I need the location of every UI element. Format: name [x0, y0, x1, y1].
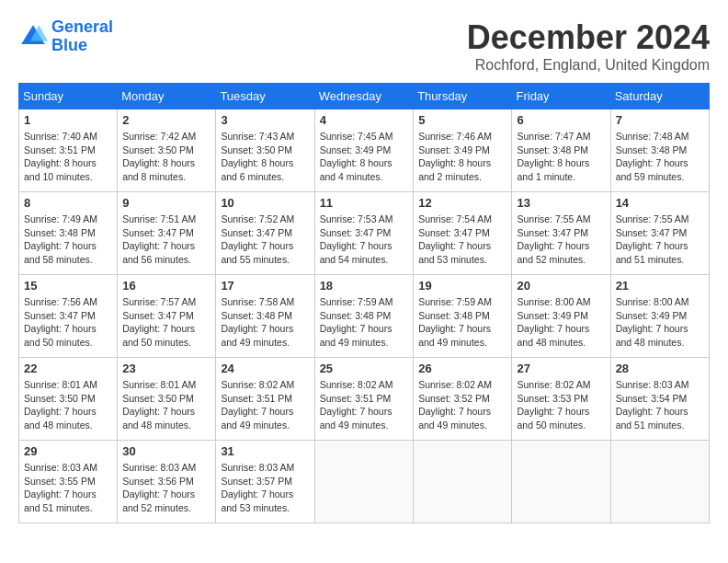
day-info: Sunrise: 7:45 AM Sunset: 3:49 PM Dayligh… — [320, 130, 409, 184]
day-number: 31 — [221, 444, 309, 458]
day-info: Sunrise: 8:00 AM Sunset: 3:49 PM Dayligh… — [517, 295, 605, 350]
day-info: Sunrise: 7:51 AM Sunset: 3:47 PM Dayligh… — [122, 213, 210, 267]
calendar-day-cell — [314, 441, 414, 523]
calendar-day-cell: 31 Sunrise: 8:03 AM Sunset: 3:57 PM Dayl… — [216, 441, 314, 523]
calendar-day-cell: 25 Sunrise: 8:02 AM Sunset: 3:51 PM Dayl… — [314, 358, 414, 441]
day-number: 1 — [24, 113, 112, 127]
day-number: 8 — [24, 196, 112, 210]
weekday-header-cell: Wednesday — [314, 84, 414, 109]
day-info: Sunrise: 7:59 AM Sunset: 3:48 PM Dayligh… — [418, 295, 506, 350]
day-number: 7 — [616, 113, 704, 127]
calendar-week-row: 8 Sunrise: 7:49 AM Sunset: 3:48 PM Dayli… — [19, 192, 710, 275]
weekday-header-cell: Tuesday — [216, 84, 314, 109]
location: Rochford, England, United Kingdom — [467, 57, 710, 74]
calendar-day-cell: 5 Sunrise: 7:46 AM Sunset: 3:49 PM Dayli… — [414, 109, 512, 192]
page-header: General Blue December 2024 Rochford, Eng… — [18, 18, 710, 74]
day-number: 18 — [320, 279, 409, 293]
calendar-body: 1 Sunrise: 7:40 AM Sunset: 3:51 PM Dayli… — [19, 109, 710, 523]
calendar-day-cell — [512, 441, 610, 523]
calendar-day-cell: 22 Sunrise: 8:01 AM Sunset: 3:50 PM Dayl… — [19, 358, 118, 441]
calendar-day-cell: 20 Sunrise: 8:00 AM Sunset: 3:49 PM Dayl… — [512, 275, 610, 358]
calendar-day-cell: 28 Sunrise: 8:03 AM Sunset: 3:54 PM Dayl… — [610, 358, 709, 441]
calendar-day-cell: 6 Sunrise: 7:47 AM Sunset: 3:48 PM Dayli… — [512, 109, 610, 192]
day-info: Sunrise: 7:49 AM Sunset: 3:48 PM Dayligh… — [24, 213, 112, 267]
day-number: 13 — [517, 196, 605, 210]
calendar-day-cell: 27 Sunrise: 8:02 AM Sunset: 3:53 PM Dayl… — [512, 358, 610, 441]
day-info: Sunrise: 8:02 AM Sunset: 3:52 PM Dayligh… — [418, 378, 506, 432]
day-number: 2 — [122, 113, 210, 127]
day-info: Sunrise: 8:01 AM Sunset: 3:50 PM Dayligh… — [24, 378, 112, 432]
calendar-week-row: 1 Sunrise: 7:40 AM Sunset: 3:51 PM Dayli… — [19, 109, 710, 192]
calendar-day-cell: 29 Sunrise: 8:03 AM Sunset: 3:55 PM Dayl… — [19, 441, 118, 523]
calendar-day-cell: 1 Sunrise: 7:40 AM Sunset: 3:51 PM Dayli… — [19, 109, 118, 192]
day-number: 25 — [320, 362, 409, 375]
day-info: Sunrise: 8:02 AM Sunset: 3:51 PM Dayligh… — [221, 378, 309, 432]
day-number: 3 — [221, 113, 309, 127]
logo: General Blue — [18, 18, 113, 55]
day-info: Sunrise: 7:55 AM Sunset: 3:47 PM Dayligh… — [616, 213, 704, 267]
weekday-header-row: SundayMondayTuesdayWednesdayThursdayFrid… — [19, 84, 710, 109]
day-number: 11 — [320, 196, 409, 210]
day-number: 23 — [122, 362, 210, 375]
day-number: 26 — [418, 362, 506, 375]
day-info: Sunrise: 7:54 AM Sunset: 3:47 PM Dayligh… — [418, 213, 506, 267]
day-info: Sunrise: 7:52 AM Sunset: 3:47 PM Dayligh… — [221, 213, 309, 267]
day-number: 20 — [517, 279, 605, 293]
day-info: Sunrise: 7:55 AM Sunset: 3:47 PM Dayligh… — [517, 213, 605, 267]
weekday-header-cell: Friday — [512, 84, 610, 109]
calendar-week-row: 15 Sunrise: 7:56 AM Sunset: 3:47 PM Dayl… — [19, 275, 710, 358]
day-number: 10 — [221, 196, 309, 210]
calendar-day-cell: 15 Sunrise: 7:56 AM Sunset: 3:47 PM Dayl… — [19, 275, 118, 358]
calendar-day-cell: 12 Sunrise: 7:54 AM Sunset: 3:47 PM Dayl… — [414, 192, 512, 275]
day-info: Sunrise: 7:57 AM Sunset: 3:47 PM Dayligh… — [122, 295, 210, 350]
day-info: Sunrise: 7:48 AM Sunset: 3:48 PM Dayligh… — [616, 130, 704, 184]
calendar-day-cell: 21 Sunrise: 8:00 AM Sunset: 3:49 PM Dayl… — [610, 275, 709, 358]
weekday-header-cell: Monday — [118, 84, 216, 109]
calendar-day-cell: 11 Sunrise: 7:53 AM Sunset: 3:47 PM Dayl… — [314, 192, 414, 275]
day-number: 27 — [517, 362, 605, 375]
calendar-day-cell: 16 Sunrise: 7:57 AM Sunset: 3:47 PM Dayl… — [118, 275, 216, 358]
day-info: Sunrise: 8:03 AM Sunset: 3:54 PM Dayligh… — [616, 378, 704, 432]
day-info: Sunrise: 7:47 AM Sunset: 3:48 PM Dayligh… — [517, 130, 605, 184]
calendar-day-cell: 17 Sunrise: 7:58 AM Sunset: 3:48 PM Dayl… — [216, 275, 314, 358]
day-info: Sunrise: 8:02 AM Sunset: 3:51 PM Dayligh… — [320, 378, 409, 432]
calendar-day-cell — [610, 441, 709, 523]
weekday-header-cell: Sunday — [19, 84, 118, 109]
calendar-day-cell: 2 Sunrise: 7:42 AM Sunset: 3:50 PM Dayli… — [118, 109, 216, 192]
day-number: 9 — [122, 196, 210, 210]
calendar-day-cell: 19 Sunrise: 7:59 AM Sunset: 3:48 PM Dayl… — [414, 275, 512, 358]
day-number: 6 — [517, 113, 605, 127]
day-info: Sunrise: 8:03 AM Sunset: 3:56 PM Dayligh… — [122, 461, 210, 515]
day-number: 16 — [122, 279, 210, 293]
day-number: 29 — [24, 444, 112, 458]
day-number: 21 — [616, 279, 704, 293]
day-info: Sunrise: 8:01 AM Sunset: 3:50 PM Dayligh… — [122, 378, 210, 432]
month-title: December 2024 — [467, 18, 710, 57]
day-info: Sunrise: 7:46 AM Sunset: 3:49 PM Dayligh… — [418, 130, 506, 184]
calendar-day-cell — [414, 441, 512, 523]
calendar-day-cell: 3 Sunrise: 7:43 AM Sunset: 3:50 PM Dayli… — [216, 109, 314, 192]
day-info: Sunrise: 7:42 AM Sunset: 3:50 PM Dayligh… — [122, 130, 210, 184]
day-info: Sunrise: 8:00 AM Sunset: 3:49 PM Dayligh… — [616, 295, 704, 350]
day-info: Sunrise: 7:56 AM Sunset: 3:47 PM Dayligh… — [24, 295, 112, 350]
day-number: 30 — [122, 444, 210, 458]
day-info: Sunrise: 8:02 AM Sunset: 3:53 PM Dayligh… — [517, 378, 605, 432]
weekday-header-cell: Thursday — [414, 84, 512, 109]
day-number: 5 — [418, 113, 506, 127]
day-number: 4 — [320, 113, 409, 127]
calendar-day-cell: 13 Sunrise: 7:55 AM Sunset: 3:47 PM Dayl… — [512, 192, 610, 275]
title-block: December 2024 Rochford, England, United … — [467, 18, 710, 74]
day-info: Sunrise: 7:58 AM Sunset: 3:48 PM Dayligh… — [221, 295, 309, 350]
calendar-day-cell: 24 Sunrise: 8:02 AM Sunset: 3:51 PM Dayl… — [216, 358, 314, 441]
weekday-header-cell: Saturday — [610, 84, 709, 109]
logo-text: General Blue — [51, 18, 113, 55]
day-info: Sunrise: 7:43 AM Sunset: 3:50 PM Dayligh… — [221, 130, 309, 184]
day-number: 14 — [616, 196, 704, 210]
logo-icon — [18, 22, 48, 52]
calendar-day-cell: 10 Sunrise: 7:52 AM Sunset: 3:47 PM Dayl… — [216, 192, 314, 275]
day-number: 22 — [24, 362, 112, 375]
calendar-day-cell: 7 Sunrise: 7:48 AM Sunset: 3:48 PM Dayli… — [610, 109, 709, 192]
calendar-day-cell: 9 Sunrise: 7:51 AM Sunset: 3:47 PM Dayli… — [118, 192, 216, 275]
day-number: 28 — [616, 362, 704, 375]
calendar-week-row: 22 Sunrise: 8:01 AM Sunset: 3:50 PM Dayl… — [19, 358, 710, 441]
